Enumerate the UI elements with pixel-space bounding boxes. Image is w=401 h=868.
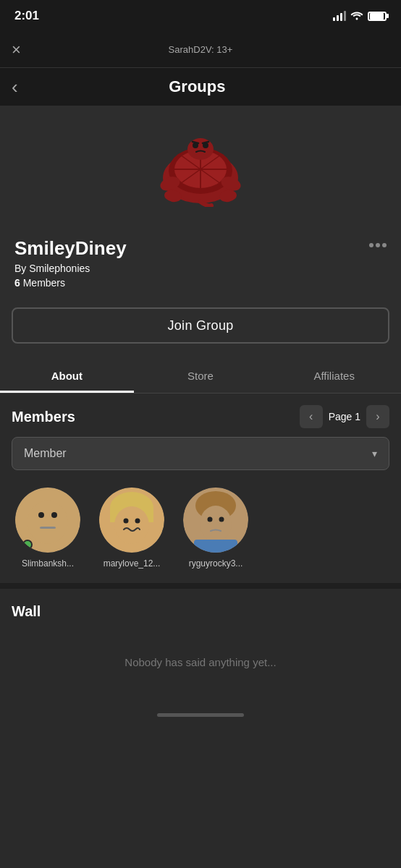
back-button[interactable]: ‹ — [12, 76, 18, 98]
group-info-section: SmileyDiney By Smilephonies 6 Members — [0, 229, 401, 300]
prev-page-button[interactable]: ‹ — [300, 405, 323, 428]
group-members-count: 6 Members — [14, 277, 387, 289]
svg-point-19 — [51, 512, 57, 518]
join-group-button[interactable]: Join Group — [12, 307, 389, 344]
group-creator: By Smilephonies — [14, 263, 387, 274]
page-header: ‹ Groups — [0, 68, 401, 106]
member-username: ryguyrocky3... — [189, 558, 243, 569]
battery-icon — [368, 12, 387, 21]
svg-point-26 — [135, 519, 140, 524]
group-name-row: SmileyDiney — [14, 237, 387, 260]
close-button[interactable]: × — [12, 41, 21, 59]
tabs-bar: About Store Affiliates — [0, 358, 401, 393]
svg-point-25 — [124, 519, 129, 524]
wall-title: Wall — [12, 603, 389, 620]
list-item[interactable]: ryguyrocky3... — [180, 488, 252, 569]
join-section: Join Group — [0, 300, 401, 358]
svg-point-17 — [28, 501, 68, 544]
svg-rect-30 — [194, 540, 237, 553]
more-options-button[interactable] — [369, 243, 387, 247]
avatar — [99, 488, 164, 553]
svg-point-32 — [219, 517, 224, 522]
top-nav: × SarahD2V: 13+ — [0, 32, 401, 68]
page-label: Page 1 — [329, 411, 360, 422]
member-username: Slimbanksh... — [22, 558, 74, 569]
chevron-down-icon: ▾ — [372, 448, 377, 459]
list-item[interactable]: Slimbanksh... — [12, 488, 84, 569]
svg-point-7 — [187, 138, 214, 160]
avatar — [15, 488, 80, 553]
home-indicator — [0, 705, 401, 723]
svg-point-18 — [38, 512, 44, 518]
group-logo — [143, 127, 258, 207]
role-dropdown[interactable]: Member ▾ — [12, 437, 389, 470]
status-time: 2:01 — [14, 9, 39, 23]
wifi-icon — [350, 10, 363, 22]
tab-affiliates[interactable]: Affiliates — [267, 358, 401, 393]
svg-point-24 — [114, 506, 149, 544]
pagination-controls: ‹ Page 1 › — [300, 405, 389, 428]
svg-rect-20 — [40, 527, 56, 529]
wall-section: Wall Nobody has said anything yet... — [0, 589, 401, 705]
page-title: Groups — [27, 77, 368, 96]
online-status-indicator — [22, 540, 33, 550]
tab-about[interactable]: About — [0, 358, 134, 393]
content-area: Members ‹ Page 1 › Member ▾ — [0, 393, 401, 583]
svg-point-29 — [200, 506, 232, 542]
tab-store[interactable]: Store — [134, 358, 268, 393]
wall-empty-message: Nobody has said anything yet... — [12, 634, 389, 690]
home-bar — [157, 713, 244, 717]
status-bar: 2:01 — [0, 0, 401, 32]
svg-point-31 — [208, 517, 213, 522]
top-nav-subtitle: SarahD2V: 13+ — [169, 44, 233, 55]
signal-bars-icon — [333, 11, 346, 21]
group-name: SmileyDiney — [14, 237, 127, 260]
role-dropdown-label: Member — [24, 447, 67, 460]
status-icons — [333, 10, 387, 22]
next-page-button[interactable]: › — [366, 405, 389, 428]
members-header: Members ‹ Page 1 › — [0, 393, 401, 437]
section-divider — [0, 583, 401, 589]
members-title: Members — [12, 409, 75, 425]
member-username: marylove_12... — [104, 558, 161, 569]
list-item[interactable]: marylove_12... — [96, 488, 168, 569]
group-hero — [0, 106, 401, 229]
members-grid: Slimbanksh... marylove_12 — [0, 482, 401, 583]
avatar — [183, 488, 248, 553]
